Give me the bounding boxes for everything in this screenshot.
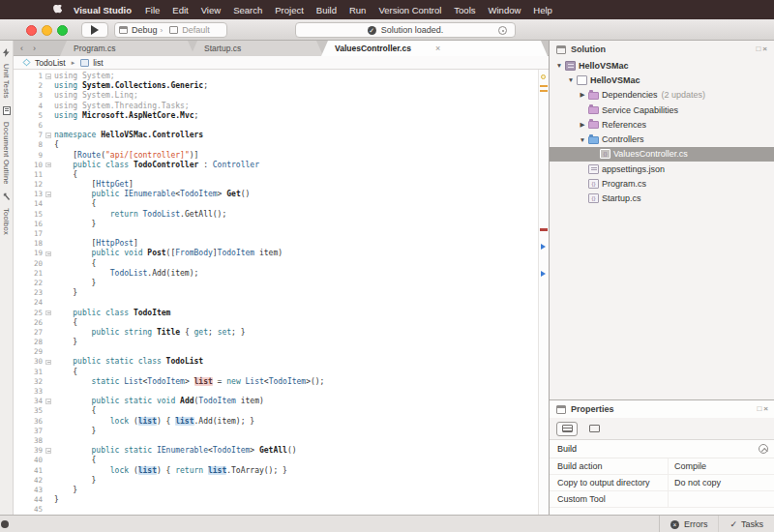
line-number: 28 — [14, 338, 43, 347]
sidebar-tab-label: Toolbox — [2, 208, 11, 235]
menu-item-run[interactable]: Run — [349, 5, 366, 15]
close-pad-button[interactable]: × — [762, 44, 769, 53]
apple-icon[interactable] — [53, 5, 62, 15]
tree-item-hellovsmac[interactable]: ▼HelloVSMac — [550, 58, 774, 73]
tab-startup-cs[interactable]: Startup.cs — [191, 41, 323, 56]
code-line: 11 { — [14, 170, 538, 180]
fold-marker-icon[interactable] — [45, 399, 51, 404]
fold-marker-icon[interactable] — [45, 192, 51, 197]
chevron-right-icon[interactable]: ▶ — [579, 121, 586, 129]
minimize-window-button[interactable] — [42, 25, 52, 36]
property-value[interactable]: Compile — [669, 461, 706, 471]
tree-item-program-cs[interactable]: Program.cs — [550, 176, 774, 191]
properties-view-button[interactable] — [556, 422, 578, 436]
tree-item-dependencies[interactable]: ▶Dependencies(2 updates) — [550, 88, 774, 103]
tree-item-references[interactable]: ▶References — [550, 117, 774, 132]
property-row-custom-tool[interactable]: Custom Tool — [550, 491, 774, 508]
fold-column — [43, 309, 54, 318]
code-editor[interactable]: 1using System;2using System.Collections.… — [14, 70, 538, 515]
tree-item-hellovsmac[interactable]: ▼HelloVSMac — [550, 73, 774, 87]
feedback-icon[interactable] — [1, 520, 9, 528]
sidebar-tab-unit-tests[interactable]: Unit Tests — [0, 46, 13, 99]
code-token: set — [218, 328, 231, 337]
tree-item-label: Startup.cs — [602, 193, 641, 203]
menu-item-window[interactable]: Window — [489, 5, 521, 15]
window-icon — [119, 26, 128, 34]
close-tab-icon[interactable]: × — [435, 44, 440, 53]
line-number: 34 — [14, 397, 43, 406]
close-window-button[interactable] — [26, 25, 37, 36]
code-text: { — [54, 199, 96, 209]
sidebar-tab-toolbox[interactable]: Toolbox — [0, 191, 13, 235]
close-pad-button[interactable]: × — [763, 404, 770, 413]
code-line: 23 } — [14, 288, 538, 298]
errors-button[interactable]: × Errors — [660, 516, 719, 532]
target-icon[interactable] — [498, 26, 507, 35]
menu-item-help[interactable]: Help — [533, 5, 552, 15]
line-number: 43 — [14, 486, 43, 495]
zoom-window-button[interactable] — [57, 25, 68, 36]
chevron-right-icon[interactable]: ▶ — [579, 91, 586, 99]
tree-item-label: References — [602, 120, 646, 130]
fold-marker-icon[interactable] — [45, 163, 51, 168]
file-cs-icon — [588, 193, 599, 203]
fold-marker-icon[interactable] — [45, 448, 51, 454]
chevron-down-icon[interactable]: ▼ — [579, 136, 586, 143]
tree-item-appsettings-json[interactable]: appsettings.json — [550, 162, 774, 176]
code-token: Microsoft.AspNetCore.Mvc — [82, 111, 194, 120]
solution-pad-icon — [556, 45, 566, 54]
code-line: 35 { — [14, 406, 538, 416]
properties-section-build[interactable]: Build — [550, 440, 774, 458]
code-token — [54, 269, 110, 278]
collapse-section-icon[interactable] — [759, 444, 768, 454]
code-line: 29 — [14, 347, 538, 357]
menu-item-search[interactable]: Search — [233, 5, 262, 15]
run-configuration-selector[interactable]: Debug › Default — [114, 22, 227, 38]
menu-item-tools[interactable]: Tools — [454, 5, 475, 15]
code-line: 34 public static void Add(TodoItem item) — [14, 397, 538, 406]
fold-marker-icon[interactable] — [45, 360, 51, 366]
app-menu[interactable]: Visual Studio — [74, 5, 132, 15]
editor-scrollbar[interactable] — [538, 70, 549, 515]
code-text: { — [54, 406, 96, 416]
menu-item-file[interactable]: File — [145, 5, 160, 15]
fold-marker-icon[interactable] — [45, 74, 51, 79]
code-token: Controller — [213, 161, 259, 169]
project-icon — [577, 75, 587, 85]
tree-item-startup-cs[interactable]: Startup.cs — [550, 192, 774, 206]
run-button[interactable] — [81, 22, 108, 38]
property-row-build-action[interactable]: Build actionCompile — [550, 458, 774, 475]
tab-valuescontroller-cs[interactable]: ValuesController.cs× — [321, 41, 548, 56]
tasks-button[interactable]: ✓ Tasks — [718, 516, 774, 532]
property-row-copy-to-output-directory[interactable]: Copy to output directoryDo not copy — [550, 475, 774, 491]
tab-program-cs[interactable]: Program.cs — [60, 41, 194, 56]
chevron-down-icon[interactable]: ▼ — [555, 62, 563, 69]
wrench-icon — [3, 191, 11, 208]
menu-item-edit[interactable]: Edit — [172, 5, 188, 15]
navigate-back-button[interactable]: ‹ — [20, 44, 23, 53]
sidebar-tab-document-outline[interactable]: Document Outline — [0, 104, 13, 185]
code-token: public string — [92, 328, 153, 337]
fold-marker-icon[interactable] — [45, 133, 51, 138]
menu-item-version-control[interactable]: Version Control — [378, 5, 441, 15]
navigate-forward-button[interactable]: › — [33, 44, 36, 53]
fold-marker-icon[interactable] — [45, 310, 51, 316]
property-value[interactable]: Do not copy — [669, 478, 721, 488]
tree-item-service-capabilities[interactable]: Service Capabilities — [550, 103, 774, 117]
tree-item-valuescontroller-cs[interactable]: ValuesController.cs — [550, 147, 774, 162]
menu-item-build[interactable]: Build — [316, 5, 337, 15]
properties-sort-button[interactable] — [583, 422, 605, 436]
menu-item-project[interactable]: Project — [275, 5, 304, 15]
code-token: ] — [134, 239, 138, 248]
tree-item-controllers[interactable]: ▼Controllers — [550, 132, 774, 146]
menu-item-view[interactable]: View — [201, 5, 221, 15]
breadcrumb-member[interactable]: list — [93, 58, 103, 68]
line-number: 39 — [14, 446, 43, 456]
line-number: 3 — [14, 91, 43, 101]
code-line: 37 } — [14, 427, 538, 436]
fold-marker-icon[interactable] — [45, 251, 51, 257]
code-token: HttpPost — [96, 239, 134, 248]
chevron-down-icon[interactable]: ▼ — [567, 76, 575, 83]
breadcrumb-type[interactable]: TodoList — [35, 58, 66, 68]
code-line: 14 { — [14, 199, 538, 209]
